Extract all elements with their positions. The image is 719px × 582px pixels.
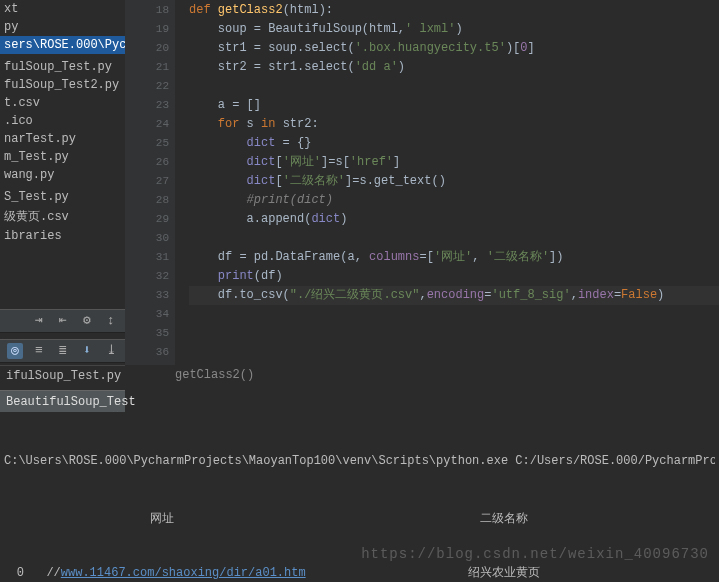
output-row: 0 //www.11467.com/shaoxing/dir/a01.htm绍兴… bbox=[4, 564, 715, 582]
line-number: 30 bbox=[125, 229, 169, 248]
code-line[interactable]: df.to_csv("./绍兴二级黄页.csv",encoding='utf_8… bbox=[189, 286, 719, 305]
run-console[interactable]: C:\Users\ROSE.000\PycharmProjects\Maoyan… bbox=[0, 412, 719, 582]
code-line[interactable]: a.append(dict) bbox=[189, 210, 719, 229]
tree-item[interactable]: py bbox=[0, 18, 125, 36]
tree-item[interactable]: m_Test.py bbox=[0, 148, 125, 166]
col-name: 二级名称 bbox=[292, 510, 715, 528]
code-line[interactable]: dict['二级名称']=s.get_text() bbox=[189, 172, 719, 191]
line-number: 29 bbox=[125, 210, 169, 229]
tree-item[interactable]: xt bbox=[0, 0, 125, 18]
export-icon[interactable]: ⤓ bbox=[103, 343, 119, 359]
code-line[interactable]: a = [] bbox=[189, 96, 719, 115]
line-number: 31 bbox=[125, 248, 169, 267]
line-number: 22 bbox=[125, 77, 169, 96]
dedent-icon[interactable]: ⇤ bbox=[55, 313, 71, 329]
line-number: 25 bbox=[125, 134, 169, 153]
code-line[interactable]: str1 = soup.select('.box.huangyecity.t5'… bbox=[189, 39, 719, 58]
output-link[interactable]: www.11467.com/shaoxing/dir/a01.htm bbox=[61, 566, 306, 580]
line-number: 35 bbox=[125, 324, 169, 343]
code-line[interactable]: df = pd.DataFrame(a, columns=['网址', '二级名… bbox=[189, 248, 719, 267]
tree-item[interactable]: S_Test.py bbox=[0, 188, 125, 206]
tree-item[interactable]: ibraries bbox=[0, 227, 125, 245]
tree-item[interactable]: fulSoup_Test.py bbox=[0, 58, 125, 76]
code-line[interactable] bbox=[189, 305, 719, 324]
tree-toolbar-1: ⇥ ⇤ ⚙ ↕ bbox=[0, 309, 125, 333]
col-url: 网址 bbox=[32, 510, 292, 528]
tree-toolbar-2: ◎ ≡ ≣ ⬇ ⤓ bbox=[0, 339, 125, 363]
target-icon[interactable]: ◎ bbox=[7, 343, 23, 359]
code-line[interactable] bbox=[189, 324, 719, 343]
indent-icon[interactable]: ⇥ bbox=[31, 313, 47, 329]
line-number: 32 bbox=[125, 267, 169, 286]
breadcrumb[interactable]: getClass2() bbox=[175, 368, 254, 382]
code-line[interactable] bbox=[189, 77, 719, 96]
code-line[interactable] bbox=[189, 343, 719, 362]
console-command: C:\Users\ROSE.000\PycharmProjects\Maoyan… bbox=[4, 452, 715, 470]
code-area[interactable]: def getClass2(html): soup = BeautifulSou… bbox=[175, 0, 719, 365]
code-line[interactable]: soup = BeautifulSoup(html,' lxml') bbox=[189, 20, 719, 39]
code-line[interactable]: dict = {} bbox=[189, 134, 719, 153]
code-line[interactable] bbox=[189, 229, 719, 248]
tree-item[interactable]: t.csv bbox=[0, 94, 125, 112]
code-line[interactable]: def getClass2(html): bbox=[189, 1, 719, 20]
code-line[interactable]: for s in str2: bbox=[189, 115, 719, 134]
line-number: 33 bbox=[125, 286, 169, 305]
line-number: 19 bbox=[125, 20, 169, 39]
download-icon[interactable]: ⬇ bbox=[79, 343, 95, 359]
line-number: 34 bbox=[125, 305, 169, 324]
collapse-icon[interactable]: ≣ bbox=[55, 343, 71, 359]
code-line[interactable]: print(df) bbox=[189, 267, 719, 286]
line-number: 27 bbox=[125, 172, 169, 191]
sort-icon[interactable]: ↕ bbox=[103, 313, 119, 329]
line-number: 18 bbox=[125, 1, 169, 20]
tree-item[interactable]: 级黄页.csv bbox=[0, 206, 125, 227]
code-line[interactable]: dict['网址']=s['href'] bbox=[189, 153, 719, 172]
code-editor[interactable]: 18192021222324252627282930313233343536 d… bbox=[125, 0, 719, 365]
tree-item[interactable]: wang.py bbox=[0, 166, 125, 184]
tree-item[interactable]: fulSoup_Test2.py bbox=[0, 76, 125, 94]
line-number: 24 bbox=[125, 115, 169, 134]
settings-icon[interactable]: ⚙ bbox=[79, 313, 95, 329]
current-file-label: ifulSoup_Test.py bbox=[0, 365, 125, 386]
tree-item[interactable]: .ico bbox=[0, 112, 125, 130]
line-number: 26 bbox=[125, 153, 169, 172]
code-line[interactable]: #print(dict) bbox=[189, 191, 719, 210]
line-number: 36 bbox=[125, 343, 169, 362]
line-number: 20 bbox=[125, 39, 169, 58]
tree-item[interactable]: sers\ROSE.000\Pychar bbox=[0, 36, 125, 54]
line-number: 21 bbox=[125, 58, 169, 77]
line-number: 23 bbox=[125, 96, 169, 115]
output-header: 网址 二级名称 bbox=[4, 510, 715, 528]
code-line[interactable]: str2 = str1.select('dd a') bbox=[189, 58, 719, 77]
tree-item[interactable]: narTest.py bbox=[0, 130, 125, 148]
run-tab-label: BeautifulSoup_Test bbox=[6, 395, 136, 409]
expand-icon[interactable]: ≡ bbox=[31, 343, 47, 359]
line-gutter: 18192021222324252627282930313233343536 bbox=[125, 0, 175, 365]
line-number: 28 bbox=[125, 191, 169, 210]
